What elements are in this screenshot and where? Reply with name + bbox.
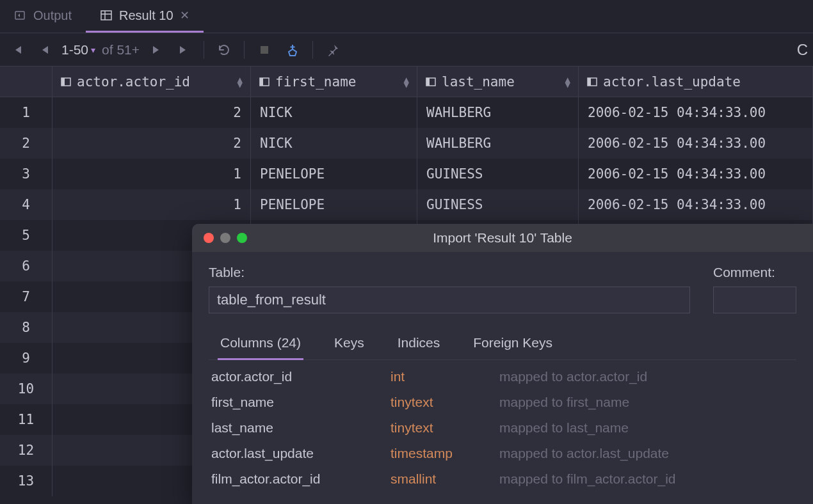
cell-first-name[interactable]: NICK [251, 128, 417, 159]
editor-tabs: Output Result 10 ✕ [0, 0, 813, 33]
close-icon[interactable]: ✕ [180, 8, 189, 22]
first-page-button[interactable] [5, 38, 29, 62]
stop-button[interactable] [252, 38, 277, 62]
cell-actor-id[interactable]: 2 [52, 128, 251, 159]
column-icon [60, 76, 72, 88]
column-mapping: mapped to film_actor.actor_id [499, 471, 675, 487]
row-number: 10 [0, 374, 52, 404]
row-number: 8 [0, 312, 52, 343]
zoom-window-button[interactable] [237, 233, 247, 243]
column-mapping-list: actor.actor_idintmapped to actor.actor_i… [209, 364, 796, 492]
next-page-button[interactable] [143, 38, 168, 62]
row-number: 11 [0, 404, 52, 435]
row-number: 4 [0, 189, 52, 220]
tab-result-10[interactable]: Result 10 ✕ [86, 0, 204, 33]
column-mapping-item[interactable]: first_nametinytextmapped to first_name [209, 390, 796, 415]
column-type: tinytext [390, 395, 499, 410]
row-range[interactable]: 1-50▾ of 51+ [61, 42, 140, 58]
result-toolbar: 1-50▾ of 51+ C [0, 33, 813, 67]
row-number: 6 [0, 251, 52, 281]
column-icon [586, 76, 598, 88]
run-icon [14, 9, 27, 22]
column-name: actor.actor_id [211, 369, 390, 384]
column-name: actor.last_update [211, 446, 390, 461]
column-icon [425, 76, 437, 88]
reload-button[interactable] [212, 38, 236, 62]
table-row[interactable]: 41PENELOPEGUINESS2006-02-15 04:34:33.00 [0, 189, 813, 220]
row-number: 2 [0, 128, 52, 159]
column-name: film_actor.actor_id [211, 471, 390, 487]
chevron-down-icon: ▾ [91, 45, 95, 55]
column-header-actor-id[interactable]: actor.actor_id ▲▼ [52, 67, 251, 97]
row-number: 13 [0, 466, 52, 496]
pin-button[interactable] [321, 38, 345, 62]
column-mapping-item[interactable]: last_nametinytextmapped to last_name [209, 415, 796, 441]
row-number: 7 [0, 281, 52, 312]
minimize-window-button[interactable] [220, 233, 230, 243]
row-range-value: 1-50 [61, 42, 88, 58]
cell-last-update[interactable]: 2006-02-15 04:34:33.00 [579, 189, 813, 220]
column-name: first_name [211, 395, 390, 410]
window-controls [192, 233, 247, 243]
column-name: last_name [211, 420, 390, 436]
grid-header: actor.actor_id ▲▼ first_name ▲▼ last_nam… [0, 67, 813, 97]
cell-actor-id[interactable]: 2 [52, 97, 251, 128]
close-window-button[interactable] [204, 233, 214, 243]
cell-first-name[interactable]: PENELOPE [251, 159, 417, 189]
table-icon [100, 9, 113, 22]
tab-output[interactable]: Output [0, 0, 86, 33]
cell-actor-id[interactable]: 1 [52, 159, 251, 189]
column-mapping-item[interactable]: film_actor.actor_idsmallintmapped to fil… [209, 466, 796, 492]
column-icon [259, 76, 270, 88]
cell-last-name[interactable]: WAHLBERG [417, 128, 579, 159]
cell-first-name[interactable]: PENELOPE [251, 189, 417, 220]
compare-button[interactable] [280, 38, 305, 62]
table-row[interactable]: 12NICKWAHLBERG2006-02-15 04:34:33.00 [0, 97, 813, 128]
table-row[interactable]: 22NICKWAHLBERG2006-02-15 04:34:33.00 [0, 128, 813, 159]
column-mapping: mapped to first_name [499, 395, 629, 410]
sort-icon[interactable]: ▲▼ [404, 77, 409, 87]
table-row[interactable]: 31PENELOPEGUINESS2006-02-15 04:34:33.00 [0, 159, 813, 189]
sort-icon[interactable]: ▲▼ [565, 77, 570, 87]
row-number: 1 [0, 97, 52, 128]
cell-last-name[interactable]: WAHLBERG [417, 97, 579, 128]
tab-label: Result 10 [119, 8, 173, 23]
cell-last-name[interactable]: GUINESS [417, 159, 579, 189]
column-type: tinytext [390, 420, 499, 436]
comment-input[interactable] [713, 287, 796, 313]
column-header-first-name[interactable]: first_name ▲▼ [251, 67, 417, 97]
column-header-last-update[interactable]: actor.last_update [579, 67, 813, 97]
cell-actor-id[interactable]: 1 [52, 189, 251, 220]
tab-label: Output [33, 8, 72, 23]
import-table-dialog: Import 'Result 10' Table Table: Comment:… [192, 224, 813, 504]
column-mapping-item[interactable]: actor.last_updatetimestampmapped to acto… [209, 441, 796, 466]
rownum-header [0, 67, 52, 97]
tab-keys[interactable]: Keys [332, 329, 367, 360]
column-mapping-item[interactable]: actor.actor_idintmapped to actor.actor_i… [209, 364, 796, 390]
cell-last-update[interactable]: 2006-02-15 04:34:33.00 [579, 159, 813, 189]
dialog-tabs: Columns (24) Keys Indices Foreign Keys [209, 329, 796, 360]
dialog-titlebar[interactable]: Import 'Result 10' Table [192, 224, 813, 252]
settings-button[interactable]: C [797, 41, 808, 59]
separator [312, 41, 313, 59]
cell-last-update[interactable]: 2006-02-15 04:34:33.00 [579, 97, 813, 128]
last-page-button[interactable] [172, 38, 196, 62]
row-number: 3 [0, 159, 52, 189]
cell-last-name[interactable]: GUINESS [417, 189, 579, 220]
tab-indices[interactable]: Indices [395, 329, 443, 360]
tab-foreign-keys[interactable]: Foreign Keys [471, 329, 555, 360]
column-mapping: mapped to actor.last_update [499, 446, 669, 461]
separator [204, 41, 204, 59]
tab-columns[interactable]: Columns (24) [218, 329, 303, 360]
cell-first-name[interactable]: NICK [251, 97, 417, 128]
cell-last-update[interactable]: 2006-02-15 04:34:33.00 [579, 128, 813, 159]
row-total: of 51+ [102, 42, 140, 58]
comment-label: Comment: [713, 265, 796, 280]
table-name-input[interactable] [209, 287, 690, 313]
column-mapping: mapped to last_name [499, 420, 629, 436]
column-header-last-name[interactable]: last_name ▲▼ [417, 67, 579, 97]
prev-page-button[interactable] [33, 38, 58, 62]
column-type: timestamp [390, 446, 499, 461]
sort-icon[interactable]: ▲▼ [237, 77, 243, 87]
row-number: 9 [0, 343, 52, 374]
